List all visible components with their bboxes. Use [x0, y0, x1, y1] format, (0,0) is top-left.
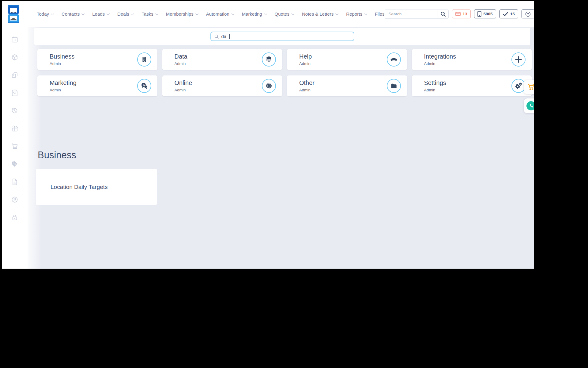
sidebar-item-security[interactable]	[11, 214, 19, 221]
sidebar-item-shop[interactable]	[11, 89, 19, 97]
cart-float-button[interactable]	[524, 80, 534, 94]
chevron-down-icon	[51, 12, 54, 15]
handshake-icon	[387, 52, 401, 67]
gears-icon	[511, 79, 526, 93]
sidebar-item-gifts[interactable]	[11, 125, 19, 132]
tasks-count: 15	[510, 12, 515, 16]
chevron-down-icon	[364, 12, 367, 15]
nav-today[interactable]: Today	[37, 11, 53, 17]
calendar-icon: 12	[11, 36, 18, 43]
category-card-business[interactable]: BusinessAdmin	[37, 49, 157, 70]
nav-automation[interactable]: Automation	[206, 11, 234, 17]
main-nav: Today Contacts Leads Deals Tasks Members…	[37, 11, 385, 17]
nav-files[interactable]: Files	[375, 11, 385, 17]
svg-text:$: $	[14, 163, 16, 165]
database-icon	[262, 52, 276, 67]
nav-tasks[interactable]: Tasks	[141, 11, 157, 17]
building-icon	[137, 52, 151, 67]
app-logo-hourglass-icon	[6, 4, 21, 24]
category-card-other[interactable]: OtherAdmin	[287, 75, 407, 96]
chevron-down-icon	[264, 12, 267, 15]
topbar-right: 13 5905 15 ? LONDON SUPPORT	[385, 8, 534, 20]
app-window: Today Contacts Leads Deals Tasks Members…	[2, 1, 534, 269]
copy-icon	[11, 71, 18, 79]
category-grid: BusinessAdmin DataAdmin	[37, 49, 532, 96]
main-content: da BusinessAdmin DataAdmin	[28, 27, 534, 269]
section-heading: Business	[38, 150, 76, 161]
chat-dollar-icon: $	[137, 79, 151, 93]
cart-icon	[527, 83, 534, 91]
sidebar-item-reports[interactable]	[11, 178, 19, 186]
sidebar-item-products[interactable]	[11, 54, 19, 61]
nav-contacts[interactable]: Contacts	[62, 11, 84, 17]
chevron-down-icon	[131, 12, 134, 15]
question-icon: ?	[525, 11, 531, 17]
topbar-search	[385, 10, 449, 19]
move-arrows-icon	[511, 52, 526, 67]
whatsapp-float-button[interactable]	[524, 98, 534, 113]
chevron-down-icon	[107, 12, 110, 15]
result-item-location-daily-targets[interactable]: Location Daily Targets	[36, 169, 157, 205]
nav-notes-letters[interactable]: Notes & Letters	[302, 11, 338, 17]
nav-memberships[interactable]: Memberships	[166, 11, 198, 17]
sidebar: 12	[2, 27, 28, 269]
price-tag-icon: $	[11, 160, 18, 168]
cart-icon	[11, 143, 18, 150]
sidebar-item-duplicates[interactable]	[11, 71, 19, 79]
category-card-marketing[interactable]: MarketingAdmin $	[37, 75, 157, 96]
mail-count: 13	[463, 12, 467, 16]
category-card-settings[interactable]: SettingsAdmin	[412, 75, 532, 96]
whatsapp-icon	[526, 101, 534, 110]
module-search-input[interactable]: da	[210, 32, 354, 41]
nav-reports[interactable]: Reports	[346, 11, 367, 17]
category-card-help[interactable]: HelpAdmin	[287, 49, 407, 70]
search-icon	[214, 34, 219, 39]
gift-icon	[11, 125, 18, 132]
chevron-down-icon	[195, 12, 198, 15]
nav-deals[interactable]: Deals	[117, 11, 133, 17]
search-icon	[440, 11, 446, 17]
text-caret	[229, 34, 230, 39]
user-circle-icon	[11, 196, 18, 203]
category-card-data[interactable]: DataAdmin	[162, 49, 282, 70]
report-icon	[11, 178, 18, 186]
envelope-icon	[455, 12, 461, 16]
sidebar-item-calendar[interactable]: 12	[11, 36, 19, 43]
category-card-online[interactable]: OnlineAdmin	[162, 75, 282, 96]
chevron-down-icon	[336, 12, 339, 15]
chevron-down-icon	[291, 12, 294, 15]
module-search-value: da	[221, 34, 227, 39]
nav-marketing[interactable]: Marketing	[242, 11, 266, 17]
check-icon	[503, 12, 508, 16]
chevron-down-icon	[81, 12, 85, 15]
category-card-integrations[interactable]: IntegrationsAdmin	[412, 49, 532, 70]
calls-count: 5905	[484, 12, 493, 16]
folder-icon	[387, 79, 401, 93]
cube-icon	[11, 54, 18, 61]
sidebar-item-cart[interactable]	[11, 143, 19, 150]
module-search-panel: da	[34, 28, 530, 45]
sidebar-item-account[interactable]	[11, 196, 19, 203]
mail-badge[interactable]: 13	[452, 10, 471, 18]
svg-text:12: 12	[13, 39, 16, 42]
sidebar-item-history[interactable]	[11, 107, 19, 114]
shopping-bag-icon	[11, 89, 18, 97]
calls-badge[interactable]: 5905	[474, 10, 496, 18]
history-icon	[11, 107, 18, 114]
tasks-badge[interactable]: 15	[499, 10, 518, 18]
topbar-search-button[interactable]	[438, 10, 449, 19]
topbar: Today Contacts Leads Deals Tasks Members…	[2, 1, 534, 27]
chevron-down-icon	[231, 12, 234, 15]
topbar-search-input[interactable]	[385, 10, 438, 19]
chevron-down-icon	[155, 12, 158, 15]
mobile-phone-icon	[477, 11, 481, 17]
svg-text:?: ?	[527, 12, 529, 16]
sidebar-item-pricing[interactable]: $	[11, 160, 19, 168]
globe-icon	[262, 79, 276, 93]
help-badge[interactable]: ?	[522, 10, 534, 18]
nav-quotes[interactable]: Quotes	[275, 11, 294, 17]
nav-leads[interactable]: Leads	[92, 11, 109, 17]
lock-icon	[11, 214, 18, 221]
